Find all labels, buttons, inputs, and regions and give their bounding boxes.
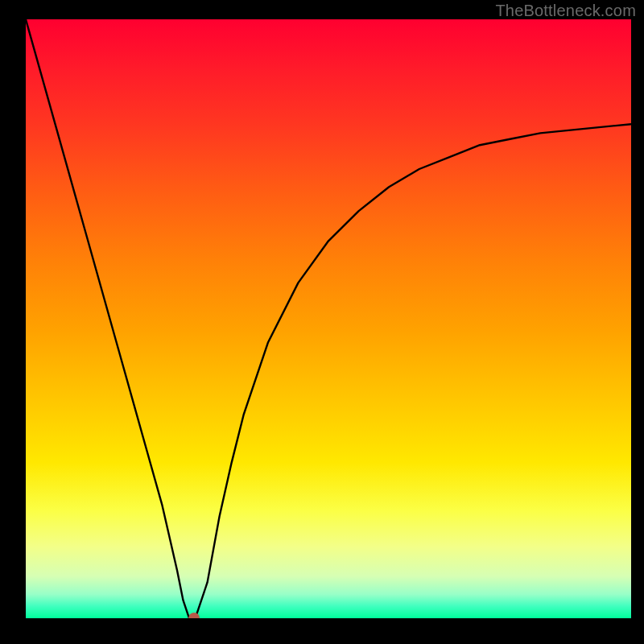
plot-area: [26, 19, 631, 618]
bottleneck-curve: [26, 19, 631, 618]
min-point-marker: [188, 613, 200, 618]
chart-svg: [26, 19, 631, 618]
chart-frame: TheBottleneck.com: [0, 0, 644, 644]
watermark-text: TheBottleneck.com: [495, 2, 636, 20]
